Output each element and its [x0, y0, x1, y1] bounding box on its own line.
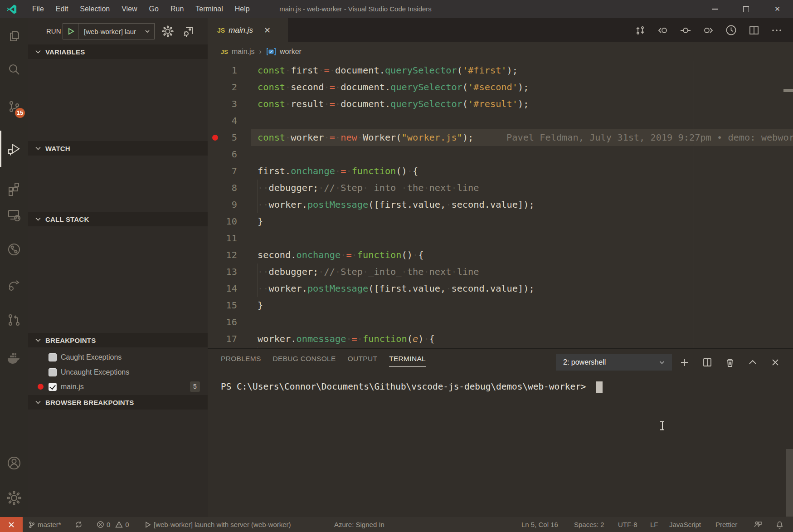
debug-settings-gear-icon[interactable] [161, 25, 174, 38]
close-panel-icon[interactable] [770, 357, 781, 368]
start-debug-button[interactable] [63, 23, 78, 39]
line-number[interactable]: 1 [208, 62, 237, 79]
code-line[interactable]: 6 [208, 146, 793, 163]
search-icon[interactable] [0, 56, 28, 84]
account-icon[interactable] [0, 449, 28, 477]
code-line[interactable]: 1const·first·=·document.querySelector('#… [208, 62, 793, 79]
line-number[interactable]: 14 [208, 280, 237, 297]
section-breakpoints[interactable]: BREAKPOINTS [28, 333, 208, 347]
source-control-icon[interactable]: 15 [0, 93, 28, 121]
breadcrumb-file[interactable]: main.js [232, 48, 255, 56]
menu-selection[interactable]: Selection [74, 0, 116, 18]
live-share-icon[interactable] [0, 271, 28, 299]
tab-mainjs[interactable]: JS main.js ✕ [208, 18, 288, 42]
kill-terminal-icon[interactable] [725, 357, 735, 368]
tab-problems[interactable]: PROBLEMS [221, 355, 261, 367]
azure-status[interactable]: Azure: Signed In [334, 517, 384, 532]
line-number[interactable]: 12 [208, 247, 237, 264]
code-line[interactable]: 15} [208, 297, 793, 314]
code-line[interactable]: 12second.onchange·=·function()·{ [208, 247, 793, 264]
cursor-position-status[interactable]: Ln 5, Col 16 [521, 517, 558, 532]
launch-status[interactable]: [web-worker] launch with server (web-wor… [144, 517, 291, 532]
docker-icon[interactable] [0, 344, 28, 372]
settings-gear-icon[interactable] [0, 484, 28, 512]
maximize-button[interactable] [730, 0, 762, 18]
problems-status[interactable]: 0 0 [97, 517, 129, 532]
code-line[interactable]: 14··worker.postMessage([first.value,·sec… [208, 280, 793, 297]
extensions-icon[interactable] [0, 175, 28, 203]
code-line[interactable]: 13··debugger;·//·Step·_into_·the·next·li… [208, 264, 793, 280]
code-line[interactable]: 17worker.onmessage·=·function(e)·{ [208, 331, 793, 347]
line-number[interactable]: 11 [208, 230, 237, 247]
menu-file[interactable]: File [26, 0, 50, 18]
line-number[interactable]: 2 [208, 79, 237, 96]
line-number[interactable]: 9 [208, 196, 237, 213]
line-number[interactable]: 7 [208, 163, 237, 180]
line-number[interactable]: 3 [208, 96, 237, 112]
remote-indicator[interactable] [0, 517, 23, 532]
checkbox-unchecked[interactable] [49, 353, 57, 361]
section-watch[interactable]: WATCH [28, 141, 208, 156]
tab-output[interactable]: OUTPUT [348, 355, 378, 367]
line-number[interactable]: 10 [208, 213, 237, 230]
line-number[interactable]: 8 [208, 180, 237, 196]
explorer-icon[interactable] [0, 22, 28, 50]
debug-config-dropdown[interactable]: [web-worker] laur [78, 23, 155, 39]
tab-close-icon[interactable]: ✕ [264, 25, 271, 35]
open-changes-icon[interactable] [635, 25, 646, 36]
checkbox-unchecked[interactable] [49, 368, 57, 376]
line-number[interactable]: 6 [208, 146, 237, 163]
line-number[interactable]: 13 [208, 264, 237, 280]
line-number[interactable]: 17 [208, 331, 237, 347]
menu-run[interactable]: Run [165, 0, 190, 18]
github-pr-icon[interactable] [0, 306, 28, 334]
code-line[interactable]: 16 [208, 314, 793, 331]
encoding-status[interactable]: UTF-8 [618, 517, 637, 532]
menu-terminal[interactable]: Terminal [190, 0, 229, 18]
remote-explorer-icon[interactable] [0, 201, 28, 229]
breakpoint-dot[interactable] [212, 135, 218, 141]
sync-status[interactable] [75, 517, 83, 532]
menu-go[interactable]: Go [143, 0, 165, 18]
timeline-icon[interactable] [725, 24, 737, 36]
breakpoint-caught-exceptions[interactable]: Caught Exceptions [28, 350, 208, 365]
split-editor-icon[interactable] [749, 25, 759, 36]
tab-debug-console[interactable]: DEBUG CONSOLE [273, 355, 336, 367]
indentation-status[interactable]: Spaces: 2 [574, 517, 604, 532]
checkbox-checked[interactable] [49, 383, 57, 391]
section-call-stack[interactable]: CALL STACK [28, 212, 208, 226]
menu-view[interactable]: View [116, 0, 143, 18]
code-line[interactable]: 10} [208, 213, 793, 230]
code-line[interactable]: 11 [208, 230, 793, 247]
code-line[interactable]: 2const·second·=·document.querySelector('… [208, 79, 793, 96]
more-actions-icon[interactable] [771, 25, 782, 36]
run-debug-icon[interactable] [0, 135, 28, 163]
breakpoint-uncaught-exceptions[interactable]: Uncaught Exceptions [28, 365, 208, 380]
menu-help[interactable]: Help [229, 0, 256, 18]
eol-status[interactable]: LF [650, 517, 658, 532]
new-terminal-icon[interactable] [679, 357, 690, 368]
previous-change-icon[interactable] [657, 25, 668, 36]
code-line[interactable]: 4 [208, 112, 793, 129]
menu-edit[interactable]: Edit [50, 0, 74, 18]
code-line[interactable]: 9··worker.postMessage([first.value,·seco… [208, 196, 793, 213]
gitlens-icon[interactable] [0, 235, 28, 264]
maximize-panel-icon[interactable] [747, 357, 758, 368]
next-change-icon[interactable] [703, 25, 714, 36]
code-editor[interactable]: 1const·first·=·document.querySelector('#… [208, 61, 793, 348]
feedback-icon[interactable] [754, 517, 762, 532]
section-variables[interactable]: VARIABLES [28, 44, 208, 59]
breakpoint-mainjs[interactable]: main.js 5 [28, 379, 208, 394]
current-change-icon[interactable] [680, 25, 691, 36]
line-number[interactable]: 4 [208, 112, 237, 129]
split-terminal-icon[interactable] [702, 357, 713, 368]
terminal-select[interactable]: 2: powershell [556, 354, 672, 371]
notifications-bell-icon[interactable] [775, 517, 784, 532]
breadcrumb-symbol[interactable]: worker [280, 48, 302, 56]
close-button[interactable]: ✕ [762, 0, 793, 18]
code-line[interactable]: 3const·result·=·document.querySelector('… [208, 96, 793, 112]
debug-console-icon[interactable] [182, 25, 195, 38]
code-line[interactable]: 8··debugger;·//·Step·_into_·the·next·lin… [208, 180, 793, 196]
tab-terminal[interactable]: TERMINAL [389, 355, 426, 367]
section-browser-breakpoints[interactable]: BROWSER BREAKPOINTS [28, 395, 208, 410]
